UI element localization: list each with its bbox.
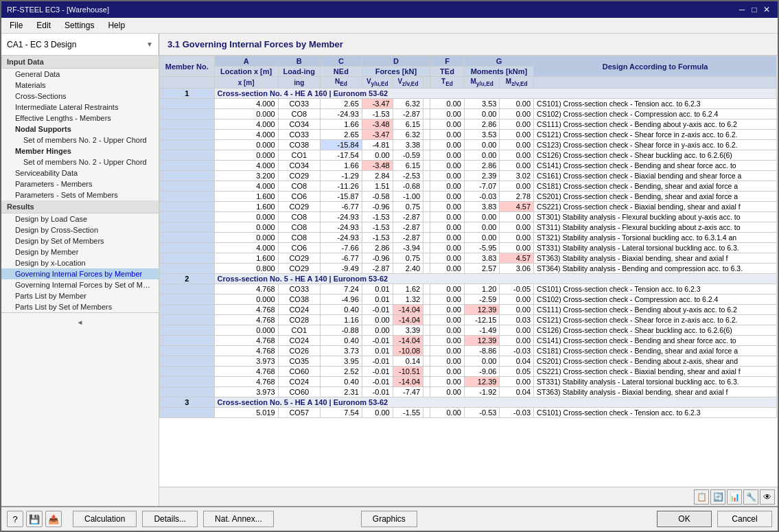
- sidebar-result-gov-member[interactable]: Governing Internal Forces by Member: [1, 268, 159, 279]
- table-row[interactable]: 5.019CO577.540.00-1.550.00-0.53-0.03CS10…: [160, 408, 777, 418]
- table-row[interactable]: 4.000CO341.66-3.486.150.002.860.00CS141)…: [160, 161, 777, 171]
- table-row[interactable]: 0.000CO8-24.93-1.53-2.870.000.000.00ST30…: [160, 212, 777, 222]
- sidebar-item-nodal-supports-upper[interactable]: Set of members No. 2 - Upper Chord: [1, 135, 159, 146]
- sidebar-result-loadcase[interactable]: Design by Load Case: [1, 213, 159, 224]
- table-row[interactable]: 4.000CO6-7.662.86-3.940.00-5.950.00ST331…: [160, 243, 777, 253]
- module-selector[interactable]: CA1 - EC 3 Design ▼: [1, 34, 159, 55]
- view-button[interactable]: 👁: [760, 489, 775, 505]
- table-cell: [160, 367, 215, 377]
- table-row[interactable]: 4.768CO263.730.01-10.080.00-8.86-0.03CS1…: [160, 346, 777, 356]
- table-cell: [160, 346, 215, 356]
- table-row[interactable]: 3.973CO602.31-0.01-7.470.00-1.920.04ST36…: [160, 387, 777, 397]
- table-cell: -14.04: [393, 305, 423, 315]
- table-row[interactable]: 3.200CO29-1.292.84-2.530.002.393.02CS161…: [160, 171, 777, 181]
- table-cell: 0.00: [500, 222, 534, 233]
- table-row[interactable]: 0.000CO8-24.93-1.53-2.870.000.000.00ST31…: [160, 222, 777, 233]
- details-button[interactable]: Details...: [142, 511, 198, 527]
- table-row[interactable]: 4.768CO602.52-0.01-10.510.00-9.060.05CS2…: [160, 367, 777, 377]
- table-cell: -8.86: [464, 346, 500, 356]
- calculation-button[interactable]: Calculation: [73, 511, 137, 527]
- table-cell: 2.65: [320, 99, 362, 109]
- save-icon-button[interactable]: 💾: [26, 511, 43, 527]
- table-cell: 4.768: [214, 336, 278, 346]
- table-row[interactable]: 0.800CO29-9.49-2.872.400.002.573.06ST364…: [160, 264, 777, 274]
- refresh-button[interactable]: 🔄: [710, 489, 725, 505]
- content-header: 3.1 Governing Internal Forces by Member: [159, 35, 778, 54]
- table-row[interactable]: 1.600CO6-15.87-0.58-1.000.00-0.032.78CS2…: [160, 192, 777, 202]
- sidebar-item-params-sets[interactable]: Parameters - Sets of Members: [1, 189, 159, 200]
- table-row[interactable]: 3.973CO353.95-0.010.140.000.000.04CS201)…: [160, 356, 777, 367]
- close-button[interactable]: ✕: [761, 4, 772, 15]
- table-row[interactable]: 0.000CO8-24.93-1.53-2.870.000.000.00CS10…: [160, 109, 777, 119]
- title-bar-text: RF-STEEL EC3 - [Warehouse]: [7, 5, 109, 14]
- table-cell: 0.03: [500, 315, 534, 325]
- sidebar-result-parts-member[interactable]: Parts List by Member: [1, 290, 159, 301]
- table-row[interactable]: 0.000CO38-4.960.011.320.00-2.590.00CS102…: [160, 294, 777, 305]
- menu-file[interactable]: File: [4, 19, 28, 32]
- export-button[interactable]: 📋: [694, 489, 709, 505]
- menu-help[interactable]: Help: [102, 19, 130, 32]
- menu-settings[interactable]: Settings: [59, 19, 100, 32]
- table-cell: 1.20: [464, 284, 500, 294]
- table-cell: 0.00: [430, 171, 465, 181]
- table-cell: [423, 99, 430, 109]
- title-bar: RF-STEEL EC3 - [Warehouse] ─ □ ✕: [1, 1, 778, 18]
- table-row[interactable]: 4.768CO337.240.011.620.001.20-0.05CS101)…: [160, 284, 777, 294]
- ok-button[interactable]: OK: [657, 511, 712, 527]
- help-icon-button[interactable]: ?: [7, 511, 23, 527]
- sidebar-result-xloc[interactable]: Design by x-Location: [1, 257, 159, 268]
- sidebar-item-effective-lengths[interactable]: Effective Lengths - Members: [1, 113, 159, 124]
- sidebar-item-general-data[interactable]: General Data: [1, 69, 159, 80]
- table-row[interactable]: 4.000CO8-11.261.51-0.680.00-7.070.00CS18…: [160, 181, 777, 192]
- table-cell: [423, 284, 430, 294]
- minimize-button[interactable]: ─: [736, 4, 747, 15]
- sidebar-item-cross-sections[interactable]: Cross-Sections: [1, 91, 159, 102]
- table-cell: CS126) Cross-section check - Shear buckl…: [534, 150, 777, 161]
- sidebar-bottom-handle[interactable]: ◄: [1, 312, 159, 332]
- table-row[interactable]: 4.000CO332.65-3.476.320.003.530.00CS121)…: [160, 130, 777, 140]
- table-cell: -0.05: [500, 284, 534, 294]
- menu-edit[interactable]: Edit: [31, 19, 56, 32]
- table-row[interactable]: 0.000CO1-17.540.00-0.590.000.000.00CS126…: [160, 150, 777, 161]
- sidebar-item-serviceability[interactable]: Serviceability Data: [1, 167, 159, 178]
- sidebar-item-nodal-supports[interactable]: Nodal Supports: [1, 124, 159, 135]
- sidebar-item-lateral-restraints[interactable]: Intermediate Lateral Restraints: [1, 102, 159, 113]
- table-cell: 0.40: [320, 305, 362, 315]
- sidebar-item-member-hinges-upper[interactable]: Set of members No. 2 - Upper Chord: [1, 157, 159, 167]
- sidebar-item-member-hinges[interactable]: Member Hinges: [1, 146, 159, 157]
- th2-loc: x [m]: [214, 77, 278, 89]
- th-loading: Load-ing: [278, 67, 320, 77]
- table-row[interactable]: 4.000CO332.65-3.476.320.003.530.00CS101)…: [160, 99, 777, 109]
- sidebar-result-parts-sets[interactable]: Parts List by Set of Members: [1, 301, 159, 312]
- table-row[interactable]: 4.768CO281.160.00-14.040.00-12.150.03CS1…: [160, 315, 777, 325]
- table-row[interactable]: 0.000CO38-15.84-4.813.380.000.000.00CS12…: [160, 140, 777, 150]
- chart-button[interactable]: 📊: [727, 489, 742, 505]
- sidebar-result-setmembers[interactable]: Design by Set of Members: [1, 235, 159, 246]
- table-row[interactable]: 4.000CO341.66-3.486.150.002.860.00CS111)…: [160, 119, 777, 130]
- table-row[interactable]: 4.768CO240.40-0.01-14.040.0012.390.00CS1…: [160, 336, 777, 346]
- data-table-wrapper[interactable]: Member No. A B C D F G Design According …: [159, 56, 778, 487]
- table-row[interactable]: 4.768CO240.40-0.01-14.040.0012.390.00ST3…: [160, 377, 777, 387]
- table-cell: CO34: [278, 119, 320, 130]
- maximize-button[interactable]: □: [749, 4, 760, 15]
- section-header-row: 1Cross-section No. 4 - HE A 160 | Eurono…: [160, 89, 777, 99]
- table-row[interactable]: 0.000CO8-24.93-1.53-2.870.000.000.00ST32…: [160, 233, 777, 243]
- sidebar-result-gov-setmem[interactable]: Governing Internal Forces by Set of Mem: [1, 279, 159, 290]
- nat-annex-button[interactable]: Nat. Annex...: [203, 511, 274, 527]
- graphics-button[interactable]: Graphics: [361, 511, 417, 527]
- sidebar-result-member[interactable]: Design by Member: [1, 246, 159, 257]
- table-row[interactable]: 0.000CO1-0.880.003.390.00-1.490.00CS126)…: [160, 325, 777, 336]
- table-cell: -0.58: [362, 192, 393, 202]
- table-row[interactable]: 1.600CO29-6.77-0.960.750.003.834.57CS221…: [160, 202, 777, 212]
- table-cell: 3.53: [464, 99, 500, 109]
- sidebar-result-crosssection[interactable]: Design by Cross-Section: [1, 224, 159, 235]
- table-row[interactable]: 4.768CO240.40-0.01-14.040.0012.390.00CS1…: [160, 305, 777, 315]
- sidebar-item-materials[interactable]: Materials: [1, 80, 159, 91]
- settings-button[interactable]: 🔧: [743, 489, 758, 505]
- table-row[interactable]: 1.600CO29-6.77-0.960.750.003.834.57ST363…: [160, 253, 777, 264]
- sidebar-item-params-members[interactable]: Parameters - Members: [1, 178, 159, 189]
- export-icon-button[interactable]: 📤: [45, 511, 62, 527]
- table-cell: [423, 387, 430, 397]
- table-cell: [160, 325, 215, 336]
- cancel-button[interactable]: Cancel: [717, 511, 772, 527]
